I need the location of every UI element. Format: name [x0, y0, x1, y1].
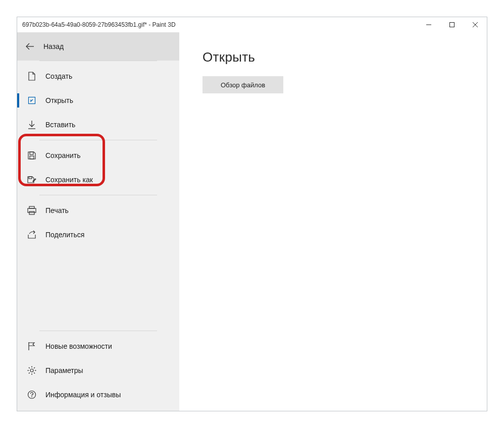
file-icon [27, 72, 36, 81]
svg-rect-10 [29, 177, 32, 179]
menu-item-label: Открыть [45, 96, 73, 104]
menu-item-label: Создать [45, 72, 72, 80]
maximize-button[interactable] [440, 17, 464, 32]
open-icon [27, 96, 36, 105]
save-as-icon [27, 175, 36, 184]
minimize-icon [426, 22, 431, 27]
menu-item-label: Поделиться [45, 231, 84, 239]
menu-item-label: Сохранить [45, 151, 81, 159]
svg-line-20 [29, 367, 30, 368]
menu-item-label: Вставить [45, 121, 75, 129]
minimize-button[interactable] [417, 17, 440, 32]
menu-item-save[interactable]: Сохранить [17, 143, 179, 168]
arrow-left-icon [25, 43, 34, 50]
share-icon [27, 230, 36, 239]
svg-line-22 [34, 367, 35, 368]
window-controls [417, 17, 487, 32]
menu-item-label: Параметры [45, 366, 83, 375]
svg-point-25 [31, 396, 32, 397]
menu-item-label: Новые возможности [45, 342, 112, 350]
help-icon [27, 390, 36, 399]
download-icon [27, 120, 36, 129]
menu-item-help-feedback[interactable]: Информация и отзывы [17, 383, 179, 407]
window-title: 697b023b-64a5-49a0-8059-27b963453fb1.gif… [22, 21, 176, 28]
main-content: Открыть Обзор файлов [179, 32, 487, 411]
titlebar: 697b023b-64a5-49a0-8059-27b963453fb1.gif… [17, 17, 487, 32]
flag-icon [27, 342, 36, 351]
svg-rect-11 [29, 206, 34, 208]
menu-item-insert[interactable]: Вставить [17, 113, 179, 137]
svg-point-15 [30, 369, 33, 372]
menu-item-label: Информация и отзывы [45, 391, 121, 399]
divider [39, 140, 157, 140]
menu-item-print[interactable]: Печать [17, 198, 179, 223]
menu-list-top: Создать Открыть Вставить [17, 61, 179, 247]
maximize-icon [449, 22, 455, 27]
menu-item-label: Печать [45, 206, 69, 215]
app-window: 697b023b-64a5-49a0-8059-27b963453fb1.gif… [17, 17, 487, 411]
svg-rect-13 [29, 211, 34, 215]
svg-rect-9 [30, 156, 34, 159]
svg-line-23 [29, 372, 30, 373]
menu-item-save-as[interactable]: Сохранить как [17, 168, 179, 192]
divider [39, 195, 157, 195]
save-icon [27, 151, 36, 160]
back-label: Назад [43, 42, 64, 50]
browse-files-button[interactable]: Обзор файлов [203, 76, 283, 93]
gear-icon [27, 366, 36, 375]
divider [39, 331, 157, 331]
menu-item-settings[interactable]: Параметры [17, 358, 179, 383]
menu-item-share[interactable]: Поделиться [17, 223, 179, 247]
svg-line-21 [34, 372, 35, 373]
menu-item-open[interactable]: Открыть [17, 88, 179, 113]
close-button[interactable] [464, 17, 487, 32]
back-button[interactable]: Назад [17, 32, 179, 61]
svg-rect-1 [450, 23, 455, 27]
print-icon [27, 206, 36, 215]
menu-item-label: Сохранить как [45, 176, 93, 184]
sidebar: Назад Создать Открыть [17, 32, 179, 411]
menu-item-new[interactable]: Создать [17, 64, 179, 88]
svg-rect-8 [30, 152, 33, 154]
close-icon [473, 22, 478, 27]
page-title: Открыть [203, 49, 487, 65]
menu-item-whats-new[interactable]: Новые возможности [17, 334, 179, 358]
window-body: Назад Создать Открыть [17, 32, 487, 411]
menu-list-bottom: Новые возможности Параметры Информация и… [17, 331, 179, 411]
